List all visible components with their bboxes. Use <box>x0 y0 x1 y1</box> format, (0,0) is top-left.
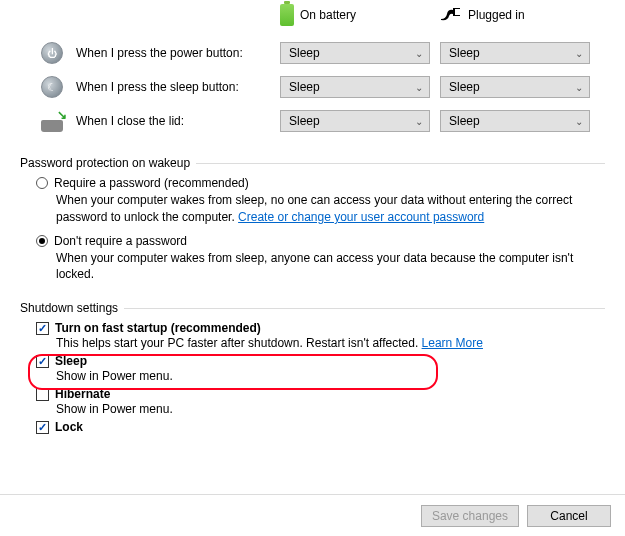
require-password-desc: When your computer wakes from sleep, no … <box>56 192 596 226</box>
chevron-down-icon: ⌄ <box>415 116 423 127</box>
password-protection-heading: Password protection on wakeup <box>20 156 605 170</box>
create-password-link[interactable]: Create or change your user account passw… <box>238 210 484 224</box>
battery-icon <box>280 4 294 26</box>
plug-icon <box>440 5 462 26</box>
hibernate-label: Hibernate <box>55 387 110 401</box>
dont-require-password-label: Don't require a password <box>54 234 187 248</box>
fast-startup-label: Turn on fast startup (recommended) <box>55 321 261 335</box>
shutdown-settings-heading: Shutdown settings <box>20 301 605 315</box>
header-on-battery: On battery <box>300 8 356 22</box>
dont-require-password-desc: When your computer wakes from sleep, any… <box>56 250 596 284</box>
sleep-desc: Show in Power menu. <box>56 369 605 383</box>
chevron-down-icon: ⌄ <box>415 82 423 93</box>
sleep-button-battery-select[interactable]: Sleep⌄ <box>280 76 430 98</box>
sleep-button-icon: ☾ <box>38 73 66 101</box>
sleep-button-plugged-select[interactable]: Sleep⌄ <box>440 76 590 98</box>
dont-require-password-radio[interactable] <box>36 235 48 247</box>
lock-label: Lock <box>55 420 83 434</box>
require-password-radio[interactable] <box>36 177 48 189</box>
chevron-down-icon: ⌄ <box>415 48 423 59</box>
close-lid-label: When I close the lid: <box>76 114 184 128</box>
chevron-down-icon: ⌄ <box>575 48 583 59</box>
lock-checkbox[interactable]: ✓ <box>36 421 49 434</box>
power-button-plugged-select[interactable]: Sleep⌄ <box>440 42 590 64</box>
sleep-label: Sleep <box>55 354 87 368</box>
header-plugged-in: Plugged in <box>468 8 525 22</box>
power-button-label: When I press the power button: <box>76 46 243 60</box>
chevron-down-icon: ⌄ <box>575 82 583 93</box>
hibernate-desc: Show in Power menu. <box>56 402 605 416</box>
sleep-checkbox[interactable]: ✓ <box>36 355 49 368</box>
hibernate-checkbox[interactable] <box>36 388 49 401</box>
fast-startup-checkbox[interactable]: ✓ <box>36 322 49 335</box>
cancel-button[interactable]: Cancel <box>527 505 611 527</box>
require-password-label: Require a password (recommended) <box>54 176 249 190</box>
power-button-battery-select[interactable]: Sleep⌄ <box>280 42 430 64</box>
fast-startup-desc: This helps start your PC faster after sh… <box>56 336 605 350</box>
power-button-icon <box>38 39 66 67</box>
chevron-down-icon: ⌄ <box>575 116 583 127</box>
close-lid-battery-select[interactable]: Sleep⌄ <box>280 110 430 132</box>
learn-more-link[interactable]: Learn More <box>422 336 483 350</box>
close-lid-plugged-select[interactable]: Sleep⌄ <box>440 110 590 132</box>
close-lid-icon: ↘ <box>38 107 66 135</box>
save-changes-button[interactable]: Save changes <box>421 505 519 527</box>
sleep-button-label: When I press the sleep button: <box>76 80 239 94</box>
